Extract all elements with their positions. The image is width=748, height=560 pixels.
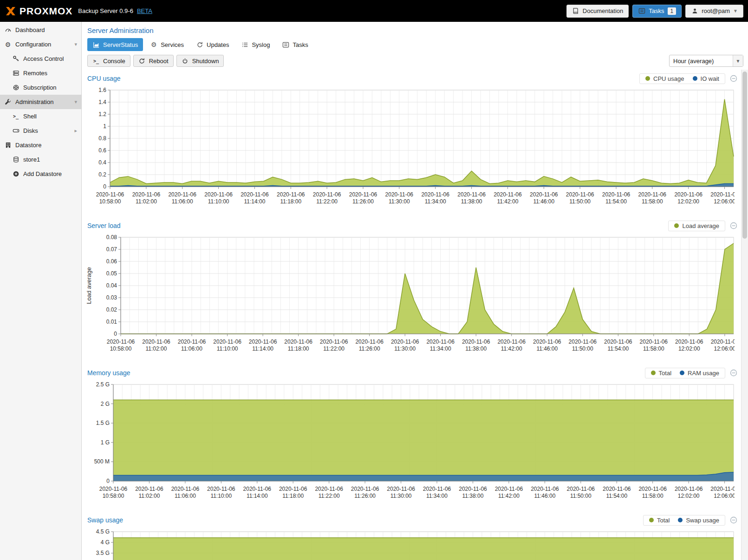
svg-text:2020-11-06: 2020-11-06	[243, 486, 272, 492]
legend-item: RAM usage	[680, 370, 719, 377]
svg-text:11:22:00: 11:22:00	[323, 345, 345, 352]
svg-text:2020-11-06: 2020-11-06	[96, 191, 124, 198]
svg-text:2020-11-06: 2020-11-06	[421, 191, 449, 198]
svg-text:11:34:00: 11:34:00	[425, 198, 446, 205]
sidebar-item-label: Datastore	[15, 142, 41, 149]
sidebar-item-disks[interactable]: Disks ▸	[0, 124, 81, 138]
svg-text:11:54:00: 11:54:00	[605, 198, 627, 205]
database-icon	[12, 156, 20, 163]
svg-text:2020-11-06: 2020-11-06	[132, 191, 161, 198]
svg-text:2020-11-06: 2020-11-06	[204, 191, 233, 198]
tab-serverstatus[interactable]: ServerStatus	[87, 38, 143, 51]
user-menu-button[interactable]: root@pam ▼	[685, 5, 743, 18]
tab-services[interactable]: ⚙ Services	[145, 38, 189, 51]
scrollbar-thumb[interactable]	[742, 72, 747, 239]
svg-text:11:34:00: 11:34:00	[430, 345, 451, 352]
reboot-button[interactable]: Reboot	[133, 55, 174, 67]
tab-updates[interactable]: Updates	[191, 38, 234, 51]
sidebar-item-label: Subscription	[23, 84, 57, 91]
legend-item: IO wait	[693, 75, 719, 82]
svg-text:0.2: 0.2	[98, 171, 106, 178]
svg-text:2020-11-06: 2020-11-06	[569, 339, 597, 345]
svg-text:11:38:00: 11:38:00	[461, 198, 482, 205]
console-button[interactable]: >_ Console	[87, 55, 130, 67]
svg-text:0.02: 0.02	[106, 306, 117, 313]
refresh-icon	[196, 41, 203, 48]
tasks-count-badge: 1	[668, 7, 676, 15]
panel-swap-usage: Swap usageTotalSwap usage0500 M1 G1.5 G2…	[85, 513, 741, 560]
svg-text:2020-11-06: 2020-11-06	[349, 191, 377, 198]
svg-text:500 M: 500 M	[94, 458, 110, 465]
vertical-scrollbar[interactable]	[741, 70, 748, 560]
sidebar-item-configuration[interactable]: ⚙ Configuration ▾	[0, 37, 81, 52]
sidebar-item-datastore[interactable]: Datastore	[0, 138, 81, 152]
svg-text:11:06:00: 11:06:00	[181, 345, 202, 352]
legend-dot	[674, 223, 679, 228]
panel-server-load: Server loadLoad average00.010.020.030.04…	[85, 219, 741, 358]
collapse-icon[interactable]	[730, 516, 737, 524]
svg-text:11:42:00: 11:42:00	[501, 345, 522, 352]
svg-text:2020-11-06: 2020-11-06	[602, 191, 631, 198]
beta-link[interactable]: BETA	[137, 7, 152, 14]
sidebar-item-add-datastore[interactable]: Add Datastore	[0, 167, 81, 181]
chart-legend: Load average	[668, 221, 725, 231]
sidebar-item-dashboard[interactable]: Dashboard	[0, 23, 81, 37]
svg-text:12:06:00: 12:06:00	[714, 493, 735, 499]
sidebar-item-subscription[interactable]: Subscription	[0, 80, 81, 95]
chevron-down-icon: ▾	[74, 99, 77, 105]
documentation-button[interactable]: Documentation	[566, 5, 629, 18]
sidebar-item-label: Configuration	[15, 41, 51, 48]
svg-text:2020-11-06: 2020-11-06	[675, 486, 703, 492]
svg-text:0: 0	[114, 331, 117, 337]
svg-text:2020-11-06: 2020-11-06	[604, 339, 632, 345]
gears-icon: ⚙	[150, 41, 157, 48]
svg-text:2020-11-06: 2020-11-06	[567, 486, 595, 492]
svg-text:0: 0	[103, 183, 106, 190]
proxmox-logo-icon	[5, 5, 17, 17]
svg-text:2020-11-06: 2020-11-06	[315, 486, 343, 492]
svg-text:2020-11-06: 2020-11-06	[355, 339, 384, 345]
tab-syslog[interactable]: Syslog	[236, 38, 275, 51]
svg-text:2020-11-06: 2020-11-06	[638, 191, 667, 198]
tasks-button[interactable]: Tasks 1	[632, 5, 682, 18]
life-ring-icon	[12, 84, 20, 91]
sidebar-item-shell[interactable]: >_ Shell	[0, 109, 81, 124]
legend-dot	[645, 76, 650, 81]
reboot-label: Reboot	[149, 58, 169, 65]
sidebar-item-label: Add Datastore	[23, 170, 62, 177]
tab-label: ServerStatus	[103, 41, 138, 48]
shutdown-button[interactable]: Shutdown	[176, 55, 224, 67]
terminal-icon: >_	[92, 57, 100, 65]
svg-text:2020-11-06: 2020-11-06	[142, 339, 170, 345]
sidebar-item-remotes[interactable]: Remotes	[0, 66, 81, 80]
svg-text:2020-11-06: 2020-11-06	[566, 191, 594, 198]
reboot-icon	[138, 57, 146, 65]
svg-text:11:50:00: 11:50:00	[569, 198, 591, 205]
collapse-icon[interactable]	[730, 222, 737, 229]
svg-text:11:22:00: 11:22:00	[316, 198, 338, 205]
svg-text:2020-11-06: 2020-11-06	[495, 486, 523, 492]
sidebar-item-administration[interactable]: Administration ▾	[0, 95, 81, 109]
sidebar-item-label: Disks	[23, 127, 38, 134]
svg-text:2020-11-06: 2020-11-06	[494, 191, 522, 198]
tab-tasks[interactable]: Tasks	[277, 38, 313, 51]
sidebar-item-access-control[interactable]: Access Control	[0, 52, 81, 66]
svg-text:2020-11-06: 2020-11-06	[710, 486, 735, 492]
collapse-icon[interactable]	[730, 75, 737, 82]
wrench-icon	[4, 98, 12, 106]
shutdown-label: Shutdown	[192, 58, 219, 65]
svg-text:2020-11-06: 2020-11-06	[213, 339, 241, 345]
collapse-icon[interactable]	[730, 369, 737, 377]
hdd-icon	[12, 127, 20, 135]
panel-title: Memory usage	[87, 369, 130, 377]
svg-text:1: 1	[103, 123, 106, 130]
building-icon	[4, 142, 12, 149]
svg-text:0.4: 0.4	[98, 159, 106, 166]
tab-label: Updates	[207, 41, 229, 48]
tab-label: Services	[161, 41, 184, 48]
panel-header-swap-usage: Swap usageTotalSwap usage	[85, 513, 741, 527]
timeframe-select[interactable]: Hour (average) ▼	[669, 55, 743, 67]
sidebar-item-label: Dashboard	[15, 26, 45, 33]
sidebar-item-store1[interactable]: store1	[0, 152, 81, 167]
svg-text:2020-11-06: 2020-11-06	[387, 486, 415, 492]
